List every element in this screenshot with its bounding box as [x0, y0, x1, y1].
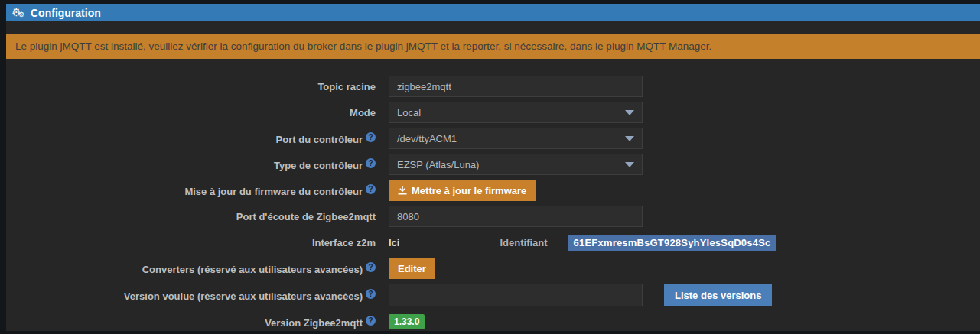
section-header: ⚙⚙ Configuration — [6, 4, 980, 21]
mode-label: Mode — [350, 107, 376, 118]
row-z2m-version: Version Zigbee2mqtt 1.33.0 — [6, 311, 980, 332]
row-controller-port: Port du contrôleur /dev/ttyACM1 — [6, 128, 980, 149]
row-converters: Converters (réservé aux utilisateurs ava… — [6, 258, 980, 279]
listen-port-label: Port d'écoute de Zigbee2mqtt — [236, 211, 376, 222]
identifiant-label: Identifiant — [500, 237, 547, 248]
configuration-form: Topic racine Mode Local Port du contrôle… — [6, 76, 980, 332]
row-listen-port: Port d'écoute de Zigbee2mqtt — [6, 206, 980, 227]
configuration-panel: ⚙⚙ Configuration Le plugin jMQTT est ins… — [6, 4, 980, 331]
versions-list-label: Liste des versions — [675, 290, 761, 301]
jmqtt-warning-banner: Le plugin jMQTT est installé, veuillez v… — [6, 34, 980, 59]
help-icon[interactable] — [366, 132, 376, 142]
row-firmware: Mise à jour du firmware du contrôleur Me… — [6, 180, 980, 201]
chevron-down-icon — [625, 136, 634, 141]
interface-link[interactable]: Ici — [389, 237, 399, 248]
edit-converters-button[interactable]: Editer — [389, 258, 435, 279]
listen-port-input[interactable] — [389, 206, 643, 227]
controller-type-label: Type de contrôleur — [274, 160, 363, 171]
converters-label: Converters (réservé aux utilisateurs ava… — [142, 264, 363, 275]
versions-list-button[interactable]: Liste des versions — [664, 284, 772, 306]
version-badge: 1.33.0 — [389, 314, 425, 329]
row-interface-z2m: Interface z2m Ici Identifiant 61EFxmresm… — [6, 232, 980, 253]
row-wanted-version: Version voulue (réservé aux utilisateurs… — [6, 284, 980, 306]
interface-z2m-label: Interface z2m — [312, 237, 376, 248]
controller-port-select[interactable]: /dev/ttyACM1 — [389, 128, 643, 149]
mode-select[interactable]: Local — [389, 102, 643, 123]
update-firmware-button[interactable]: Mettre à jour le firmware — [389, 180, 536, 201]
gears-icon: ⚙⚙ — [11, 6, 25, 20]
chevron-down-icon — [625, 162, 634, 167]
firmware-label: Mise à jour du firmware du contrôleur — [184, 186, 363, 197]
chevron-down-icon — [625, 110, 634, 115]
download-icon — [398, 186, 407, 195]
update-firmware-label: Mettre à jour le firmware — [412, 185, 526, 196]
help-icon[interactable] — [366, 316, 376, 326]
help-icon[interactable] — [366, 184, 376, 194]
topic-input[interactable] — [389, 76, 643, 97]
controller-port-select-value: /dev/ttyACM1 — [397, 133, 457, 144]
controller-type-select[interactable]: EZSP (Atlas/Luna) — [389, 154, 643, 175]
page-title: Configuration — [31, 7, 101, 19]
identifiant-value[interactable]: 61EFxmresmBsGT928SyhYlesSqD0s4Sc — [568, 235, 777, 251]
help-icon[interactable] — [366, 289, 376, 299]
help-icon[interactable] — [366, 262, 376, 272]
edit-converters-label: Editer — [398, 263, 426, 274]
wanted-version-label: Version voulue (réservé aux utilisateurs… — [124, 290, 363, 302]
warning-text: Le plugin jMQTT est installé, veuillez v… — [15, 41, 711, 52]
row-topic: Topic racine — [6, 76, 980, 97]
help-icon[interactable] — [366, 158, 376, 168]
topic-label: Topic racine — [317, 81, 376, 92]
z2m-version-label: Version Zigbee2mqtt — [265, 317, 363, 329]
wanted-version-input[interactable] — [389, 284, 643, 306]
row-controller-type: Type de contrôleur EZSP (Atlas/Luna) — [6, 154, 980, 175]
controller-type-select-value: EZSP (Atlas/Luna) — [397, 159, 479, 170]
row-mode: Mode Local — [6, 102, 980, 123]
controller-port-label: Port du contrôleur — [276, 134, 363, 145]
mode-select-value: Local — [397, 107, 421, 118]
